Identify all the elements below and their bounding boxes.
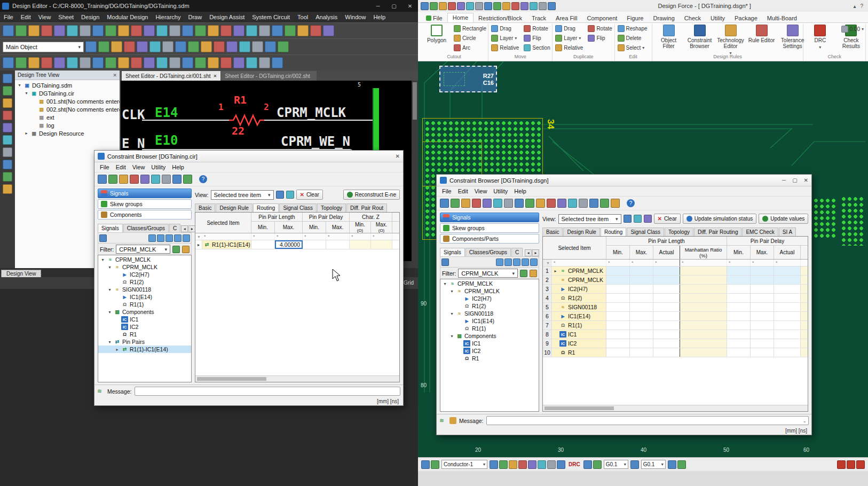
fill-invert-icon[interactable] [169,57,180,68]
constraint-tab[interactable]: Diff. Pair Rout [346,203,387,212]
min-length-cell[interactable] [606,321,630,330]
expand-all-icon[interactable] [276,191,284,199]
column-header[interactable]: Selected Item [543,237,606,259]
dropdown-arrow-icon[interactable]: ▾ [642,45,644,50]
sheet-tab[interactable]: Sheet Editor - DGTaining.cir/002.sht [221,71,317,81]
scroll-thumb[interactable] [413,82,417,120]
view-back-icon[interactable] [246,57,257,68]
constraint-tab[interactable]: Diff. Pair Routing [694,228,741,236]
ribbon-button[interactable]: Drag [555,24,585,33]
rotate-right-icon[interactable] [98,41,109,52]
excel-import-icon[interactable] [515,199,524,208]
actual-delay-cell[interactable] [774,348,801,357]
mirror-horizontal-icon[interactable] [111,41,122,52]
menu-item[interactable]: Tool [294,14,312,20]
update-simulation-status-button[interactable]: Update simulation status [683,214,757,224]
table-horizontal-scrollbar[interactable] [195,375,399,382]
fill-black-icon[interactable] [156,57,168,68]
update-values-button[interactable]: Update values [759,214,808,224]
error-list-icon[interactable] [837,460,846,469]
actual-delay-cell[interactable] [774,321,801,330]
constraint-tab[interactable]: Design Rule [216,203,252,212]
tab-scroll-right-icon[interactable] [532,249,539,256]
message-field[interactable]: ⌄ [486,416,809,425]
ribbon-tab[interactable]: Component [582,14,622,22]
offset-control[interactable]: 0.00 ▾ [841,26,864,33]
max-delay-cell[interactable] [751,276,774,284]
actual-length-cell[interactable] [653,339,680,348]
actual-length-cell[interactable] [653,321,680,330]
filter-apply-icon[interactable] [520,270,527,277]
window-control-button[interactable]: ▢ [386,1,402,11]
ribbon-button[interactable]: Rule Editor [748,24,776,54]
paste-attributes-icon[interactable] [130,175,139,184]
category-button[interactable]: Skew groups [98,199,192,209]
column-group-header[interactable]: Pin Pair Length [606,237,727,245]
waveform-icon[interactable] [239,41,250,52]
cross-probe-icon[interactable] [252,41,263,52]
drc-mode-button[interactable]: DRC [567,461,581,467]
report-icon[interactable] [162,175,171,184]
manhattan-ratio-cell[interactable] [680,348,727,357]
grid-dots-icon[interactable] [668,460,676,469]
tree-item[interactable]: ▾ CPRM_MCLK [98,256,191,263]
dimension-icon[interactable] [144,57,155,68]
delete-icon[interactable] [118,25,129,36]
column-header[interactable]: Max. [326,222,350,233]
list-check-icon[interactable] [513,258,520,266]
filter-icon[interactable] [496,258,503,266]
max-delay-cell[interactable] [751,294,774,302]
ribbon-button[interactable]: Delete [618,34,649,43]
min-delay-cell[interactable] [727,266,751,275]
image-icon[interactable] [131,57,142,68]
capture-icon[interactable] [323,25,334,36]
menu-item[interactable]: Window [341,14,369,20]
table-row[interactable]: 7 R1(1) [543,321,808,330]
tree-item[interactable]: R1(1) [440,325,539,332]
min-length-cell[interactable] [606,266,630,275]
copy-icon[interactable] [92,25,104,36]
manhattan-ratio-cell[interactable] [680,294,727,302]
window-tile-icon[interactable] [182,25,193,36]
menu-item[interactable]: Modular Design [103,14,152,20]
expand-all-icon[interactable] [624,215,632,223]
column-header[interactable]: Max. [751,246,774,259]
zoom-icon[interactable] [548,2,556,10]
table-row[interactable]: 9 IC2 [543,339,808,348]
ribbon-tab[interactable]: Restriction/Block [474,14,527,22]
waveform-view-icon[interactable] [568,199,577,208]
titlebar-control-icon[interactable]: ▴ [853,3,856,9]
list-sort-icon[interactable] [183,234,190,242]
window-control-icon[interactable]: ─ [782,177,786,183]
ribbon-button[interactable]: Layer▾ [555,34,585,43]
sync-icon[interactable] [600,199,609,208]
find-icon[interactable] [297,25,309,36]
selected-item-cell[interactable]: IC2(H7) [552,285,606,293]
flag-icon[interactable] [3,160,12,169]
ribbon-button[interactable]: DRC▾ [806,24,834,54]
import-icon[interactable] [461,199,470,208]
tree-item[interactable]: R1 [440,355,539,362]
max-length-cell-editing[interactable]: 4.00000 [275,240,303,249]
export-icon[interactable] [472,199,481,208]
max-delay-cell[interactable] [751,339,774,348]
capture-icon[interactable] [475,2,483,10]
label-icon[interactable] [175,41,186,52]
selected-item-cell[interactable]: R1(2) [552,294,606,302]
column-header[interactable]: Min.(Ω) [350,222,371,233]
menu-item[interactable]: Edit [17,14,35,20]
min-length-cell[interactable] [606,312,630,320]
net-label-icon[interactable] [3,123,12,132]
min-delay-cell[interactable] [727,285,751,293]
actual-delay-cell[interactable] [774,276,801,284]
filter-selector[interactable]: CPRM_MCLK [458,269,518,278]
select-icon[interactable] [3,57,14,68]
table-row[interactable]: 1 ▸CPRM_MCLK [543,266,808,276]
message-field[interactable] [135,387,400,396]
category-button[interactable]: Signals [440,213,539,222]
marker-icon[interactable] [182,57,193,68]
copy-attributes-icon[interactable] [119,175,128,184]
ribbon-button[interactable]: Rectangle [454,24,488,33]
swap-sheet-icon[interactable] [169,25,180,36]
table-row[interactable]: 8 IC1 [543,330,808,339]
